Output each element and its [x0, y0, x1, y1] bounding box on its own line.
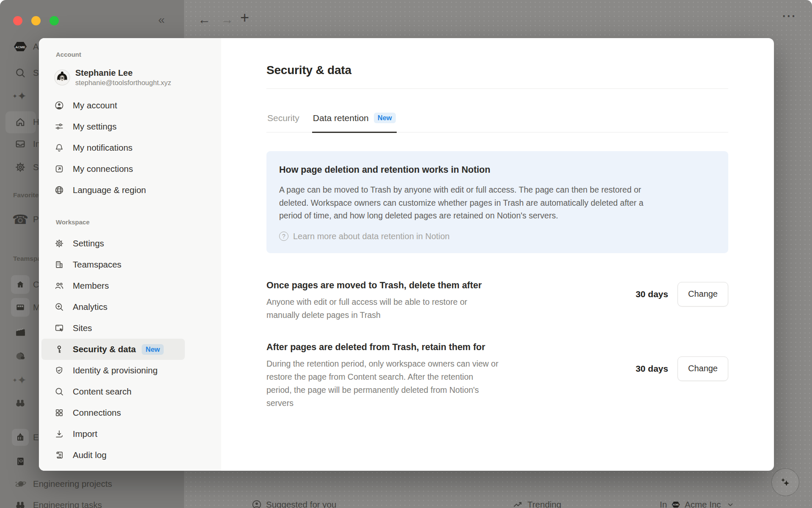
nav-item-my-notifications[interactable]: My notifications: [41, 137, 185, 158]
avatar: [54, 69, 70, 86]
svg-text:ACME: ACME: [15, 45, 25, 49]
nav-item-label: My settings: [73, 121, 117, 132]
binoculars-icon: [11, 397, 30, 409]
shield-check-icon: [54, 365, 64, 375]
page-item-engineering-projects: Engineering projects: [0, 473, 112, 495]
nav-item-label: My account: [73, 100, 117, 110]
setting-title: Once pages are moved to Trash, delete th…: [266, 279, 505, 291]
search-icon: [54, 387, 64, 397]
nav-item-language-region[interactable]: Language & region: [41, 179, 185, 201]
sliders-icon: [54, 121, 64, 132]
nav-item-security-data[interactable]: Security & data New: [41, 339, 185, 360]
nav-item-content-search[interactable]: Content search: [41, 381, 185, 402]
nav-item-connections[interactable]: Connections: [41, 402, 185, 423]
tab-data-retention[interactable]: Data retention New: [312, 108, 397, 133]
change-button[interactable]: Change: [678, 282, 728, 306]
nav-item-label: Sites: [73, 323, 92, 333]
teamspace-item: ✦✦: [0, 369, 30, 391]
ai-sparkle-icon: ✦✦: [11, 90, 30, 103]
settings-content: Security & data Security Data retention …: [221, 38, 774, 471]
learn-more-label: Learn more about data retention in Notio…: [293, 232, 450, 241]
tab-security[interactable]: Security: [266, 108, 300, 132]
import-arrow-icon: [54, 429, 64, 439]
back-icon[interactable]: ←: [198, 13, 211, 26]
setting-description: Anyone with edit or full access will be …: [266, 295, 505, 322]
nav-item-teamspaces[interactable]: Teamspaces: [41, 254, 185, 275]
notion-window: « ← → + ⋯ ACME Acme Inc Search ✦✦ Home I…: [0, 0, 812, 508]
info-callout: How page deletion and retention works in…: [266, 151, 728, 253]
globe-icon: [54, 185, 64, 195]
favorites-section-label: Favorites: [13, 191, 42, 199]
page-item: E: [0, 426, 39, 448]
trending-label: Trending: [527, 500, 561, 508]
key-icon: [54, 344, 64, 354]
gear-icon: [54, 238, 64, 248]
browser-cursor-icon: [54, 323, 64, 333]
inbox-icon: [11, 138, 30, 150]
suggested-for-you-section: Suggested for you: [251, 496, 336, 508]
workspace-section-header: Workspace: [56, 218, 221, 227]
nav-item-label: Security & data: [73, 344, 136, 354]
nav-item-my-connections[interactable]: My connections: [41, 158, 185, 179]
nav-item-label: Members: [73, 281, 109, 291]
setting-value: 30 days: [636, 289, 668, 299]
sparkles-icon: ✦✦: [11, 374, 30, 387]
tab-bar: Security Data retention New: [266, 108, 728, 133]
callout-title: How page deletion and retention works in…: [279, 164, 716, 176]
school-building-icon: [12, 429, 29, 446]
minimize-window-button[interactable]: [31, 16, 41, 25]
trending-section: Trending: [513, 496, 561, 508]
nav-item-import[interactable]: Import: [41, 423, 185, 444]
page-title: Security & data: [266, 63, 728, 78]
notion-ai-button: [771, 468, 799, 496]
page-label: E: [33, 432, 39, 442]
tab-label: Data retention: [313, 113, 369, 123]
new-tab-icon[interactable]: +: [240, 11, 249, 24]
acme-logo: ACME: [11, 41, 30, 52]
nav-item-label: Content search: [73, 387, 132, 397]
magnifier-sparkle-icon: [54, 302, 64, 312]
nav-item-my-account[interactable]: My account: [41, 95, 185, 116]
ringed-planet-icon: [11, 478, 30, 490]
nav-item-label: Connections: [73, 408, 121, 418]
seashell-icon: [11, 350, 30, 363]
sidebar-collapse-icon[interactable]: «: [158, 14, 165, 26]
suggested-label: Suggested for you: [266, 500, 336, 508]
window-controls: [13, 16, 59, 25]
nav-item-identity-provisioning[interactable]: Identity & provisioning: [41, 360, 185, 381]
teamspace-item: [0, 321, 30, 343]
nav-item-label: My connections: [73, 164, 133, 174]
new-badge: New: [374, 113, 396, 123]
nav-item-my-settings[interactable]: My settings: [41, 116, 185, 137]
scroll-icon: [54, 450, 64, 460]
bell-icon: [54, 143, 64, 153]
teamspace-item: [0, 345, 30, 367]
setting-row-trash-delete: Once pages are moved to Trash, delete th…: [266, 279, 728, 322]
zoom-window-button[interactable]: [49, 16, 59, 25]
person-circle-icon: [251, 499, 262, 508]
search-icon: [11, 67, 30, 79]
user-row[interactable]: Stephanie Lee stephanie@toolsforthought.…: [54, 65, 221, 90]
film-frames-icon: [11, 298, 30, 317]
chevron-down-icon: [727, 501, 734, 508]
title-divider: [266, 88, 728, 89]
teamspace-item: M: [0, 296, 40, 318]
account-menu: My account My settings My notifications …: [41, 95, 185, 201]
nav-item-analytics[interactable]: Analytics: [41, 296, 185, 318]
nav-item-label: Audit log: [73, 450, 107, 460]
close-window-button[interactable]: [13, 16, 22, 25]
nav-item-members[interactable]: Members: [41, 275, 185, 296]
nav-item-sites[interactable]: Sites: [41, 318, 185, 339]
nav-item-label: Identity & provisioning: [73, 365, 158, 375]
nav-item-label: Language & region: [73, 185, 146, 195]
clapperboard-icon: [11, 326, 30, 339]
nav-item-settings[interactable]: Settings: [41, 233, 185, 254]
page-label: Engineering tasks: [33, 500, 102, 508]
nav-item-audit-log[interactable]: Audit log: [41, 444, 185, 466]
change-button[interactable]: Change: [678, 356, 728, 381]
learn-more-link[interactable]: ? Learn more about data retention in Not…: [279, 232, 716, 241]
more-options-icon[interactable]: ⋯: [782, 9, 797, 22]
setting-value: 30 days: [636, 364, 668, 374]
user-email: stephanie@toolsforthought.xyz: [75, 78, 171, 87]
in-label: In: [660, 500, 667, 508]
